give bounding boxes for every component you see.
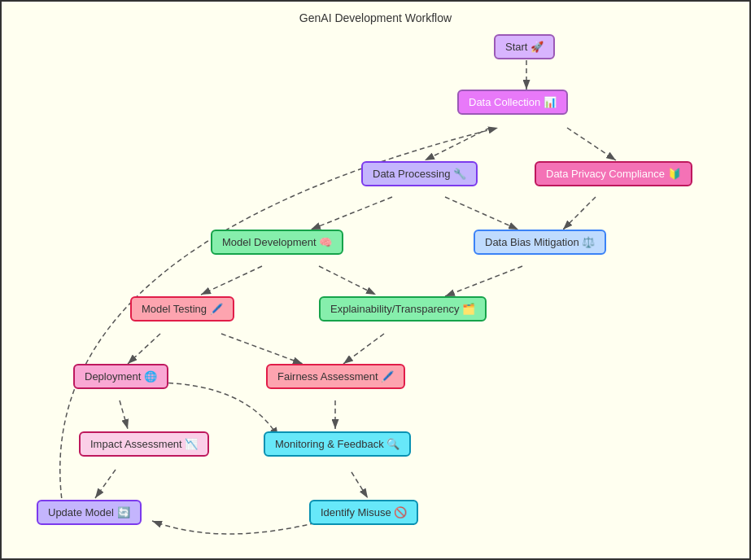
node-data-bias: Data Bias Mitigation ⚖️: [474, 230, 606, 255]
node-model-dev: Model Development 🧠: [211, 230, 343, 255]
node-data-processing: Data Processing 🔧: [361, 161, 478, 186]
diagram-title: GenAI Development Workflow: [2, 5, 749, 24]
diagram-container: GenAI Development Workflow: [0, 0, 751, 560]
node-fairness: Fairness Assessment 🖊️: [266, 364, 405, 389]
node-start: Start 🚀: [494, 34, 555, 59]
node-deployment: Deployment 🌐: [73, 364, 168, 389]
node-identify: Identify Misuse 🚫: [309, 500, 418, 525]
node-monitoring: Monitoring & Feedback 🔍: [264, 431, 411, 457]
node-data-privacy: Data Privacy Compliance 🔰: [535, 161, 692, 186]
node-model-testing: Model Testing 🖊️: [130, 296, 234, 322]
node-update: Update Model 🔄: [37, 500, 142, 525]
node-impact: Impact Assessment 📉: [79, 431, 209, 457]
node-explainability: Explainability/Transparency 🗂️: [319, 296, 487, 322]
node-data-collection: Data Collection 📊: [457, 90, 568, 115]
arrows-svg: [2, 2, 751, 560]
